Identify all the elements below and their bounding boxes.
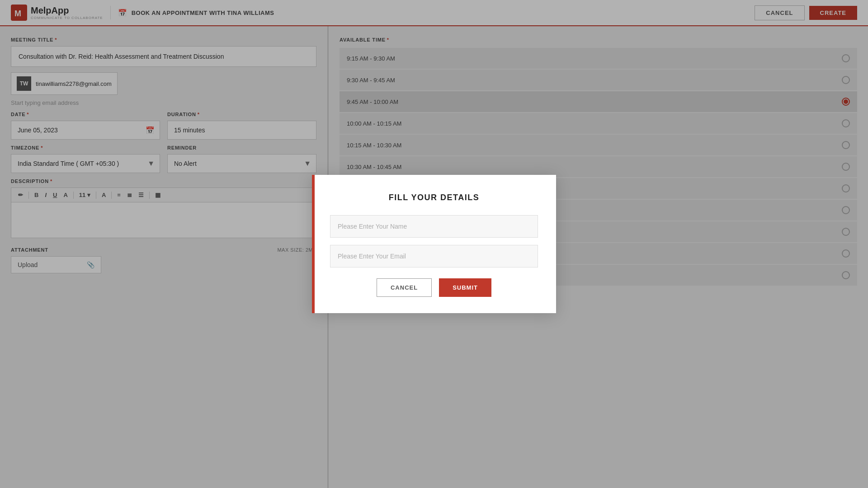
- modal-title: FILL YOUR DETAILS: [330, 193, 538, 202]
- modal-box: FILL YOUR DETAILS CANCEL SUBMIT: [312, 175, 556, 313]
- modal-submit-button[interactable]: SUBMIT: [439, 278, 491, 297]
- modal-cancel-button[interactable]: CANCEL: [377, 278, 432, 297]
- modal-actions: CANCEL SUBMIT: [330, 278, 538, 297]
- modal-name-input[interactable]: [330, 215, 538, 238]
- modal-left-bar: [312, 175, 315, 313]
- modal-overlay: FILL YOUR DETAILS CANCEL SUBMIT: [0, 0, 868, 488]
- modal-email-input[interactable]: [330, 245, 538, 267]
